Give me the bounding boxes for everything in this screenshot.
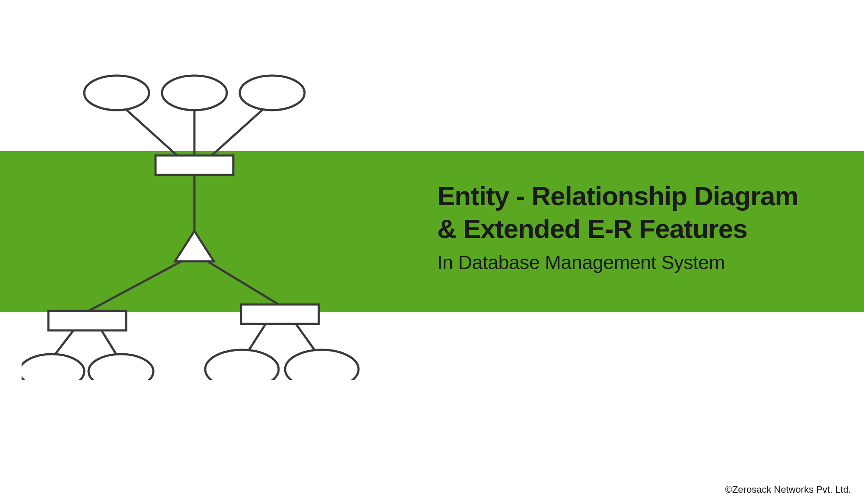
copyright-text: ©Zerosack Networks Pvt. Ltd. <box>725 484 851 495</box>
title-line-2: & Extended E-R Features <box>437 214 798 244</box>
connector-line <box>212 109 264 155</box>
connector-line <box>125 109 177 155</box>
er-diagram <box>22 69 367 380</box>
entity-rect-child <box>241 304 319 324</box>
title-line-1: Entity - Relationship Diagram <box>437 181 798 211</box>
isa-triangle <box>175 231 214 261</box>
entity-rect-child <box>48 311 126 330</box>
attribute-ellipse <box>22 354 84 380</box>
attribute-ellipse <box>84 76 149 110</box>
attribute-ellipse <box>285 350 359 380</box>
subtitle: In Database Management System <box>437 251 798 274</box>
attribute-ellipse <box>89 354 153 380</box>
title-block: Entity - Relationship Diagram & Extended… <box>437 181 798 274</box>
attribute-ellipse <box>205 350 279 380</box>
entity-rect-parent <box>156 155 233 175</box>
connector-line <box>207 261 279 304</box>
attribute-ellipse <box>240 76 305 110</box>
connector-line <box>89 261 181 311</box>
attribute-ellipse <box>162 76 227 110</box>
